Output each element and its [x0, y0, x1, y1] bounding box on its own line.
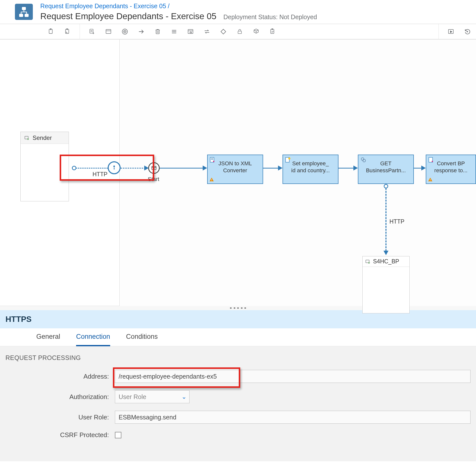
user-role-input[interactable]	[115, 411, 471, 424]
svg-point-19	[27, 138, 29, 140]
receiver-participant[interactable]: S4HC_BP	[362, 256, 410, 313]
csrf-label: CSRF Protected:	[5, 431, 115, 439]
sender-label: Sender	[33, 134, 52, 141]
breadcrumb[interactable]: Request Employee Dependants - Exercise 0…	[40, 2, 476, 10]
arrowhead-1	[144, 166, 149, 171]
diamond-icon[interactable]	[219, 27, 228, 36]
svg-point-28	[363, 159, 366, 162]
arrow-icon[interactable]	[137, 27, 145, 36]
user-role-label: User Role:	[5, 413, 115, 421]
lock-icon[interactable]	[236, 27, 244, 36]
toolbar	[0, 24, 476, 39]
menu-lines-icon[interactable]	[170, 27, 178, 36]
svg-rect-23	[211, 179, 212, 180]
arrowhead-4	[353, 166, 358, 171]
adapter-http-label: HTTP	[93, 171, 107, 178]
target-icon[interactable]	[121, 27, 129, 36]
svg-rect-24	[211, 180, 212, 181]
breadcrumb-link[interactable]: Request Employee Dependants - Exercise 0…	[40, 2, 166, 9]
start-label: Start	[148, 176, 159, 182]
svg-rect-8	[106, 29, 111, 33]
svg-rect-0	[22, 7, 25, 10]
deployment-status: Deployment Status: Not Deployed	[223, 13, 317, 21]
svg-rect-7	[90, 29, 93, 33]
svg-rect-2	[25, 14, 28, 16]
step-json-to-xml[interactable]: JSON to XML Converter	[207, 155, 263, 184]
iflow-icon	[15, 4, 33, 20]
cube-icon[interactable]	[252, 27, 260, 36]
sender-header: Sender	[21, 132, 69, 144]
dashed-connector-2	[121, 168, 145, 169]
address-label: Address:	[5, 373, 115, 380]
authorization-label: Authorization:	[5, 393, 115, 401]
step-get-bp[interactable]: GET BusinessPartn...	[358, 155, 414, 184]
step-convert-bp[interactable]: Convert BP response to...	[426, 155, 476, 184]
check-doc-icon[interactable]	[268, 27, 277, 36]
authorization-select[interactable]: ⌄	[115, 390, 190, 403]
breadcrumb-sep: /	[168, 2, 170, 9]
receiver-label: S4HC_BP	[373, 258, 399, 265]
page-header: Request Employee Dependants - Exercise 0…	[0, 0, 476, 24]
svg-rect-1	[19, 14, 23, 16]
svg-rect-12	[156, 30, 159, 34]
step-icon	[360, 157, 367, 163]
dashed-vertical	[385, 188, 386, 251]
svg-rect-14	[238, 31, 241, 34]
solid-conn-1	[160, 168, 204, 169]
copy-icon[interactable]	[47, 27, 55, 36]
arrowhead-2	[203, 166, 207, 171]
dashed-connector	[76, 168, 108, 169]
svg-point-20	[114, 166, 115, 167]
csrf-checkbox[interactable]	[115, 432, 121, 438]
arrowhead-down	[383, 251, 388, 255]
import-icon[interactable]	[186, 27, 195, 36]
panel-tabs: General Connection Conditions	[0, 328, 476, 346]
step-set-employee[interactable]: Set employee_ id and country...	[283, 155, 338, 184]
window-icon[interactable]	[104, 27, 113, 36]
tab-conditions[interactable]: Conditions	[126, 328, 158, 346]
rewind-cancel-icon[interactable]	[463, 27, 472, 36]
svg-point-11	[125, 31, 125, 32]
warning-icon	[209, 177, 214, 182]
solid-conn-2	[263, 168, 280, 169]
play-icon[interactable]	[447, 27, 455, 36]
start-event[interactable]	[148, 162, 160, 174]
flow-canvas[interactable]: Sender HTTP Start JSON to XML Converter	[0, 39, 476, 306]
step-icon	[428, 157, 435, 163]
arrowhead-3	[278, 166, 283, 171]
receiver-header: S4HC_BP	[363, 256, 409, 267]
adapter-info-circle[interactable]	[108, 161, 121, 174]
svg-rect-30	[430, 179, 430, 180]
page-title: Request Employee Dependants - Exercise 0…	[40, 11, 216, 21]
paste-icon[interactable]	[63, 27, 72, 36]
tab-general[interactable]: General	[36, 328, 60, 346]
svg-rect-21	[152, 167, 156, 170]
sender-participant[interactable]: Sender	[20, 132, 69, 201]
swap-icon[interactable]	[203, 27, 211, 36]
section-request-processing: REQUEST PROCESSING	[5, 354, 471, 361]
down-http-label: HTTP	[389, 218, 404, 225]
add-iflow-icon[interactable]	[88, 27, 96, 36]
tab-connection[interactable]: Connection	[76, 328, 110, 346]
warning-icon	[428, 177, 433, 182]
svg-point-33	[368, 262, 370, 263]
arrowhead-5	[421, 166, 426, 171]
solid-conn-3	[338, 168, 355, 169]
step-icon	[209, 157, 216, 163]
svg-rect-31	[430, 180, 430, 181]
form-area: REQUEST PROCESSING Address: Authorizatio…	[0, 346, 476, 461]
address-input[interactable]	[115, 370, 471, 383]
svg-point-26	[288, 157, 290, 160]
trash-icon[interactable]	[153, 27, 162, 36]
svg-point-27	[361, 158, 364, 160]
step-icon	[285, 157, 291, 163]
